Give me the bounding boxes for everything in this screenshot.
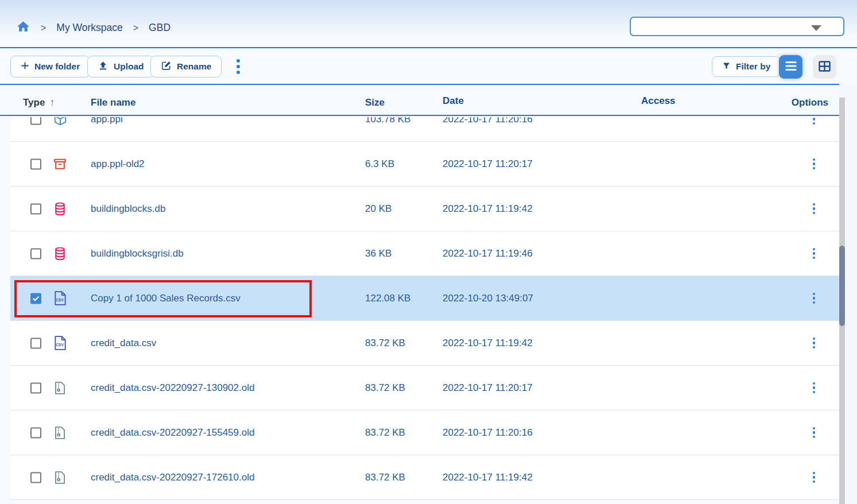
table-row[interactable]: credit_data.csv-20220927-155459.old 83.7…	[10, 410, 839, 455]
filter-by-label: Filter by	[736, 61, 770, 72]
svg-text:CSV: CSV	[56, 343, 64, 347]
database-icon	[52, 201, 68, 216]
breadcrumb-bar: > My Workspace > GBD	[0, 0, 857, 48]
table-row[interactable]: buildingblocksgrisi.db 36 KB 2022-10-17 …	[10, 231, 839, 276]
row-checkbox[interactable]	[30, 338, 41, 348]
row-checkbox[interactable]	[30, 248, 41, 259]
table-row[interactable]: credit_data.csv-20220927-130902.old 83.7…	[10, 366, 839, 410]
file-date: 2022-10-20 13:49:07	[443, 293, 533, 304]
file-name[interactable]: app.ppl	[91, 117, 123, 125]
breadcrumb-separator: >	[133, 23, 138, 33]
old-file-icon	[52, 470, 68, 485]
file-size: 122.08 KB	[365, 293, 410, 304]
file-size: 6.3 KB	[365, 158, 394, 170]
file-table: app.ppl 103.78 KB 2022-10-17 11:20:16 ap…	[0, 117, 839, 504]
column-header-size[interactable]: Size	[365, 97, 385, 108]
workspace-dropdown[interactable]	[630, 17, 844, 36]
file-date: 2022-10-17 11:19:42	[443, 472, 533, 483]
scrollbar-thumb[interactable]	[839, 246, 845, 326]
file-name[interactable]: app.ppl-old2	[91, 158, 145, 170]
archive-icon	[52, 156, 68, 172]
file-date: 2022-10-17 11:20:17	[443, 158, 533, 170]
old-file-icon	[52, 380, 68, 396]
table-row[interactable]: app.ppl-old2 6.3 KB 2022-10-17 11:20:17	[10, 142, 839, 187]
row-checkbox[interactable]	[30, 382, 41, 393]
check-icon	[32, 294, 40, 303]
grid-view-button[interactable]	[813, 55, 836, 79]
file-size: 20 KB	[365, 203, 391, 215]
row-options-button[interactable]	[808, 156, 820, 173]
new-folder-label: New folder	[34, 61, 80, 72]
file-size: 36 KB	[365, 248, 391, 259]
filter-icon	[722, 61, 731, 72]
more-actions-button[interactable]	[230, 57, 246, 76]
row-options-button[interactable]	[808, 200, 820, 218]
row-options-button[interactable]	[808, 245, 820, 262]
chevron-down-icon	[811, 25, 821, 31]
file-name[interactable]: buildingblocks.db	[91, 203, 165, 215]
new-folder-button[interactable]: New folder	[10, 56, 90, 77]
row-checkbox[interactable]	[30, 427, 41, 438]
breadcrumb-item-my-workspace[interactable]: My Workspace	[56, 22, 122, 34]
table-row[interactable]: buildingblocks.db 20 KB 2022-10-17 11:19…	[10, 187, 839, 231]
package-icon	[52, 117, 68, 127]
file-date: 2022-10-17 11:19:46	[443, 248, 533, 259]
table-row[interactable]: credit_data.csv-20220927-172610.old 83.7…	[10, 455, 839, 500]
row-checkbox-checked[interactable]	[30, 293, 41, 304]
column-header-file-name[interactable]: File name	[91, 97, 135, 108]
table-header: Type ↑ File name Size Date Access Option…	[0, 85, 839, 116]
row-checkbox[interactable]	[30, 472, 41, 483]
file-date: 2022-10-17 11:20:16	[443, 427, 533, 439]
old-file-icon	[52, 425, 68, 440]
home-button[interactable]	[16, 20, 30, 36]
row-options-button[interactable]	[808, 379, 820, 397]
upload-label: Upload	[114, 61, 144, 72]
grid-view-icon	[819, 61, 831, 73]
list-view-button[interactable]	[779, 55, 802, 79]
row-options-button[interactable]	[808, 335, 820, 352]
file-date: 2022-10-17 11:19:42	[443, 338, 533, 349]
table-row-selected[interactable]: CSV Copy 1 of 1000 Sales Records.csv 122…	[10, 276, 839, 321]
file-name[interactable]: credit_data.csv-20220927-130902.old	[91, 382, 254, 394]
upload-icon	[98, 60, 108, 73]
rename-button[interactable]: Rename	[150, 56, 222, 77]
column-header-type[interactable]: Type ↑	[23, 96, 55, 108]
column-header-access: Access	[641, 95, 676, 107]
file-date: 2022-10-17 11:20:16	[443, 117, 533, 125]
upload-button[interactable]: Upload	[87, 56, 154, 77]
row-options-button[interactable]	[808, 117, 820, 128]
svg-text:CSV: CSV	[56, 298, 64, 302]
plus-icon	[21, 61, 29, 72]
file-date: 2022-10-17 11:19:42	[443, 203, 533, 215]
file-name[interactable]: credit_data.csv	[91, 338, 156, 349]
row-options-button[interactable]	[808, 469, 820, 486]
csv-file-icon: CSV	[52, 290, 68, 306]
file-date: 2022-10-17 11:20:17	[443, 382, 533, 394]
rename-label: Rename	[177, 61, 211, 72]
table-row[interactable]: app.ppl 103.78 KB 2022-10-17 11:20:16	[10, 117, 839, 142]
row-options-button[interactable]	[808, 290, 820, 307]
file-name[interactable]: credit_data.csv-20220927-155459.old	[91, 427, 254, 439]
file-size: 83.72 KB	[365, 472, 405, 483]
table-row[interactable]: CSV credit_data.csv 83.72 KB 2022-10-17 …	[10, 321, 839, 366]
file-size: 83.72 KB	[365, 338, 405, 349]
file-name[interactable]: buildingblocksgrisi.db	[91, 248, 184, 259]
row-checkbox[interactable]	[30, 117, 41, 125]
database-icon	[52, 246, 68, 261]
csv-file-icon: CSV	[52, 335, 68, 351]
row-checkbox[interactable]	[30, 203, 41, 214]
file-name[interactable]: Copy 1 of 1000 Sales Records.csv	[91, 293, 241, 304]
filter-by-button[interactable]: Filter by	[712, 56, 781, 77]
column-header-date[interactable]: Date	[443, 95, 464, 107]
file-name[interactable]: credit_data.csv-20220927-172610.old	[91, 472, 254, 483]
file-size: 83.72 KB	[365, 382, 405, 394]
list-view-icon	[785, 61, 797, 73]
breadcrumb-item-gbd[interactable]: GBD	[149, 22, 170, 34]
breadcrumb: > My Workspace > GBD	[16, 20, 170, 36]
toolbar: New folder Upload Rename Filter by	[0, 49, 857, 85]
row-options-button[interactable]	[808, 424, 820, 441]
breadcrumb-separator: >	[41, 23, 46, 33]
file-size: 103.78 KB	[365, 117, 410, 125]
kebab-icon	[236, 59, 240, 63]
row-checkbox[interactable]	[30, 158, 41, 169]
